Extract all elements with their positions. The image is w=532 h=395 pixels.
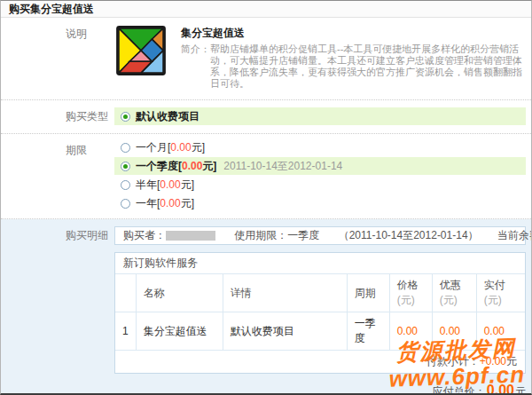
usage-label: 使用期限： [234,229,287,241]
bracket-close: 元] [192,138,205,156]
purchase-dialog: 购买集分宝超值送 说明 集分宝超值送 简介：帮助店铺爆单的积分促销工具--本工具… [0,0,532,395]
bracket-close: 元] [181,194,194,212]
buyer-name-redacted [166,231,215,241]
purchase-type-section: 购买类型 默认收费项目 [1,100,531,134]
duration-option-price: 0.00 [182,157,202,175]
total-unit: 元 [515,385,526,395]
col-price: 价格(元) [389,274,432,312]
table-row: 1 集分宝超值送 默认收费项目 一季度 0.00 0.00 0.00 [115,312,525,351]
col-detail: 详情 [223,274,347,312]
col-name: 名称 [136,274,223,312]
page-title: 购买集分宝超值送 [1,1,531,18]
duration-option-price: 0.00 [170,138,191,156]
table-caption: 新订购软件服务 [115,253,525,274]
total-value: 0.00 [487,383,514,395]
buyer-info-bar: 购买者： 使用期限：一季度 （2011-10-14至2012-01-14） 当前… [114,226,526,245]
subtotal-value: +0.00 [480,355,506,367]
duration-option-label: 一年 [136,194,157,212]
duration-option-price: 0.00 [160,194,180,212]
app-name: 集分宝超值送 [181,26,524,41]
col-actual: 实付(元) [476,274,525,312]
tangram-logo-icon [114,25,168,76]
radio-icon[interactable] [121,180,130,190]
buyer-label: 购买者： [123,229,166,241]
cell-detail: 默认收费项目 [223,312,347,351]
radio-selected-icon[interactable] [121,112,130,122]
usage-range: （2011-10-14至2012-01-14） [339,229,479,241]
total-price-row: 应付总价：0.00元 [114,383,526,395]
purchase-type-option-label: 默认收费项目 [136,107,200,125]
description-label: 说明 [66,27,87,42]
duration-option-one-year[interactable]: 一年[0.00 元] [114,194,526,212]
duration-label: 期限 [66,143,87,158]
radio-icon[interactable] [121,199,130,209]
duration-option-one-month[interactable]: 一个月[0.00 元] [114,138,526,156]
col-period: 周期 [347,274,389,312]
cell-index: 1 [115,312,136,351]
duration-date-range: 2011-10-14至2012-01-14 [223,157,342,175]
purchase-type-label: 购买类型 [66,109,108,124]
subtotal-unit: 元 [506,355,517,367]
cell-price: 0.00 [389,312,432,351]
duration-section: 期限 一个月[0.00 元] 一个季度[0.00 元] 2011-10-14至2… [1,134,531,219]
radio-selected-icon[interactable] [121,162,130,171]
bracket-close: 元] [181,176,194,194]
col-discount: 优惠(元) [432,274,476,312]
total-label: 应付总价： [433,385,486,395]
purchase-detail-label: 购买明细 [66,228,108,243]
radio-icon[interactable] [121,143,130,153]
bracket-close: 元] [202,157,216,175]
duration-option-label: 一个月 [136,138,168,156]
subtotal-row: 付款小计：+0.00元 [115,350,525,373]
cell-name: 集分宝超值送 [136,312,223,351]
duration-option-half-year[interactable]: 半年[0.00 元] [114,176,526,194]
purchase-type-option-default[interactable]: 默认收费项目 [114,107,526,125]
subtotal-label: 付款小计： [426,355,480,367]
cell-actual: 0.00 [476,312,525,351]
cell-period: 一季度 [347,312,389,351]
duration-option-price: 0.00 [160,176,180,194]
table-header-row: 名称 详情 周期 价格(元) 优惠(元) 实付(元) [115,274,525,312]
new-service-table-box: 新订购软件服务 名称 详情 周期 价格(元) 优惠(元) 实付(元) 1 集分宝… [114,252,526,374]
duration-option-label: 半年 [136,176,157,194]
description-section: 说明 集分宝超值送 简介：帮助店铺爆单的积分促销工具--本工具可便捷地开展多样化… [1,18,531,100]
col-index [115,274,136,312]
duration-option-one-quarter[interactable]: 一个季度[0.00 元] 2011-10-14至2012-01-14 [114,157,526,175]
service-table: 名称 详情 周期 价格(元) 优惠(元) 实付(元) 1 集分宝超值送 默认收费… [115,274,525,350]
duration-option-label: 一个季度 [136,157,178,175]
balance-label: 当前余额： [497,229,532,241]
purchase-detail-section: 购买明细 购买者： 使用期限：一季度 （2011-10-14至2012-01-1… [1,219,531,395]
cell-discount: 0.00 [432,312,476,351]
app-description: 简介：帮助店铺爆单的积分促销工具--本工具可便捷地开展多样化的积分营销活动，可大… [181,43,524,90]
usage-value: 一季度 [287,229,319,241]
